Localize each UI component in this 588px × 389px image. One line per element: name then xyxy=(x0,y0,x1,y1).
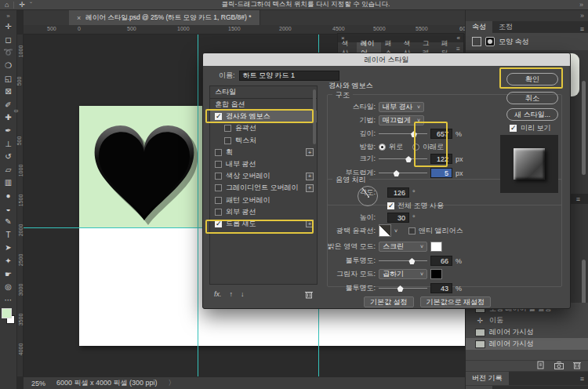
tab-속성[interactable]: 속성 xyxy=(466,21,492,33)
angle-input[interactable]: 126 xyxy=(387,187,409,198)
ok-button[interactable]: 확인 xyxy=(506,73,558,85)
size-input[interactable]: 122 xyxy=(430,154,452,164)
gloss-contour-swatch[interactable] xyxy=(379,224,391,237)
history-state-row[interactable]: ✛이동 xyxy=(466,314,588,326)
document-tab[interactable]: × 레이어 스타일.psd @ 25% (하트 모양 카드 1, RGB/8#)… xyxy=(69,10,260,25)
opacity2-input[interactable]: 43 xyxy=(430,283,452,293)
more-tools-icon[interactable]: ⋯ xyxy=(1,293,16,307)
soften-input[interactable]: 5 xyxy=(430,168,452,178)
set-default-button[interactable]: 기본값 설정 xyxy=(364,296,414,307)
crop-tool-icon[interactable]: ◱ xyxy=(1,72,16,85)
shadow-color-swatch[interactable] xyxy=(430,269,442,279)
add-effect-icon[interactable]: + xyxy=(306,148,314,156)
frame-tool-icon[interactable]: ⊠ xyxy=(1,85,16,99)
heart-shape[interactable] xyxy=(82,115,207,232)
scrollbar[interactable] xyxy=(313,89,316,144)
home-icon[interactable]: ⌂ xyxy=(5,1,9,9)
eraser-tool-icon[interactable]: ▱ xyxy=(1,164,16,177)
global-light-checkbox[interactable] xyxy=(387,202,394,209)
delete-style-icon[interactable] xyxy=(305,290,313,299)
style-list-item-텍스처[interactable]: 텍스처 xyxy=(210,135,317,147)
highlight-color-swatch[interactable] xyxy=(430,242,442,252)
opacity1-slider[interactable] xyxy=(379,257,427,264)
style-list-item-패턴 오버레이[interactable]: 패턴 오버레이 xyxy=(210,194,317,206)
panel-menu-icon[interactable]: ≡ xyxy=(580,25,584,33)
shape-icon[interactable] xyxy=(472,37,481,46)
status-chevron-icon[interactable]: 〉 xyxy=(169,378,176,388)
opacity2-slider[interactable] xyxy=(379,285,427,292)
style-list-item-그레이디언트 오버레이[interactable]: 그레이디언트 오버레이+ xyxy=(210,182,317,194)
cancel-button[interactable]: 취소 xyxy=(506,92,558,104)
style-checkbox[interactable] xyxy=(215,197,222,204)
altitude-input[interactable]: 30 xyxy=(387,213,409,223)
soften-slider[interactable] xyxy=(379,169,427,176)
close-icon[interactable]: × xyxy=(77,14,81,22)
history-brush-tool-icon[interactable]: ↺ xyxy=(1,151,16,164)
pen-tool-icon[interactable]: ✎ xyxy=(1,216,16,229)
lasso-tool-icon[interactable]: ➰ xyxy=(1,46,16,60)
marquee-tool-icon[interactable]: ◻ xyxy=(1,34,16,47)
reset-default-button[interactable]: 기본값으로 재설정 xyxy=(420,296,492,307)
highlight-mode-select[interactable]: 스크린˅ xyxy=(379,242,427,252)
gradient-tool-icon[interactable]: ▥ xyxy=(1,176,16,190)
style-list-item-혼합 옵션[interactable]: 혼합 옵션 xyxy=(210,99,317,111)
style-list-item-경사와 엠보스[interactable]: 경사와 엠보스 xyxy=(210,111,317,122)
preview-checkbox[interactable] xyxy=(510,125,517,132)
chevron-down-icon[interactable]: ˅ xyxy=(394,228,397,234)
style-list-item-윤곽선[interactable]: 윤곽선 xyxy=(210,122,317,134)
scrollbar[interactable] xyxy=(582,81,586,175)
new-snapshot-icon[interactable] xyxy=(554,362,564,371)
overflow-icon[interactable]: » xyxy=(579,1,583,9)
toolbar-collapse-icon[interactable]: » xyxy=(6,13,9,20)
depth-slider[interactable] xyxy=(379,130,427,137)
history-state-row[interactable]: 레이어 가시성 xyxy=(466,326,588,338)
style-checkbox[interactable] xyxy=(215,173,222,180)
style-list-item-색상 오버레이[interactable]: 색상 오버레이+ xyxy=(210,170,317,182)
style-checkbox[interactable] xyxy=(215,161,222,168)
panel-menu-icon[interactable]: ≡ xyxy=(456,45,460,53)
add-effect-icon[interactable]: + xyxy=(306,173,314,180)
add-effect-icon[interactable]: + xyxy=(306,184,314,192)
zoom-level[interactable]: 25% xyxy=(31,380,45,387)
mask-icon[interactable] xyxy=(485,37,495,46)
fx-icon[interactable]: fx. xyxy=(214,290,222,298)
path-select-tool-icon[interactable]: ➤ xyxy=(1,242,16,255)
style-checkbox[interactable] xyxy=(215,184,222,191)
technique-select[interactable]: 매끄럽게˅ xyxy=(379,115,424,125)
style-list-item-내부 광선[interactable]: 내부 광선 xyxy=(210,158,317,170)
shadow-mode-select[interactable]: 곱하기˅ xyxy=(379,269,427,279)
scrollbar[interactable] xyxy=(582,260,586,305)
healing-brush-tool-icon[interactable]: ✚ xyxy=(1,111,16,125)
panel-menu-icon[interactable]: ≡ xyxy=(580,375,584,383)
guide-vertical-1[interactable] xyxy=(198,35,198,376)
style-checkbox[interactable] xyxy=(224,125,231,132)
panel-collapse-icon[interactable]: » xyxy=(580,12,584,20)
collapse-icon[interactable]: « xyxy=(457,35,460,42)
history-state-row[interactable]: 레이어 가시성 xyxy=(466,338,588,350)
antialias-checkbox[interactable] xyxy=(408,227,416,234)
new-style-button[interactable]: 새 스타일... xyxy=(506,108,558,121)
direction-down-radio[interactable] xyxy=(412,144,419,151)
style-checkbox[interactable] xyxy=(215,113,222,120)
depth-input[interactable]: 657 xyxy=(430,129,452,139)
move-tool-option-icon[interactable]: ✛ xyxy=(19,1,25,9)
direction-up-radio[interactable] xyxy=(379,144,386,151)
angle-dial[interactable] xyxy=(358,186,378,206)
move-up-icon[interactable]: ↑ xyxy=(230,290,234,298)
new-document-from-state-icon[interactable] xyxy=(537,361,545,371)
shape-panel-header[interactable]: 모양 ≡ xyxy=(466,386,588,389)
dodge-tool-icon[interactable]: ◒ xyxy=(1,202,16,216)
move-tool-icon[interactable]: ✛ xyxy=(1,20,16,34)
style-checkbox[interactable] xyxy=(224,137,231,144)
zoom-tool-icon[interactable]: ◎ xyxy=(1,281,16,294)
quick-selection-tool-icon[interactable]: ❍ xyxy=(1,60,16,73)
chevron-down-icon[interactable]: ˇ xyxy=(30,1,32,9)
foreground-color-swatch[interactable] xyxy=(2,308,12,318)
style-list-item-드롭 섀도[interactable]: 드롭 섀도+ xyxy=(210,218,317,230)
shape-tool-icon[interactable]: ✦ xyxy=(1,255,16,268)
hand-tool-icon[interactable]: ☛ xyxy=(1,267,16,281)
add-effect-icon[interactable]: + xyxy=(306,220,314,227)
version-history-panel-header[interactable]: 버전 기록 ≡ xyxy=(466,372,588,385)
clone-stamp-tool-icon[interactable]: ⊥ xyxy=(1,137,16,151)
brush-tool-icon[interactable]: ✒ xyxy=(1,125,16,138)
